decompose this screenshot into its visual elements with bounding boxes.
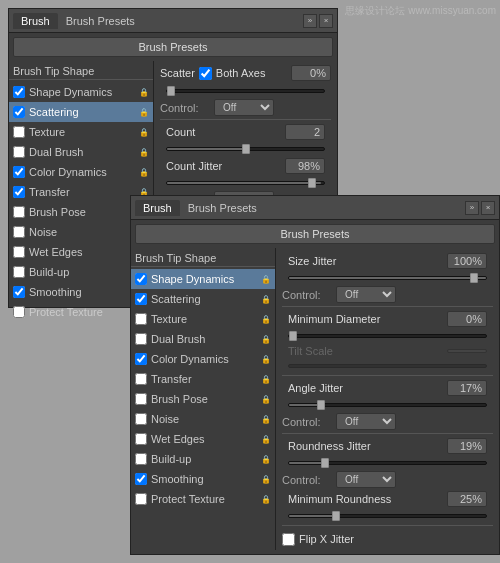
panel2-item-checkbox-2[interactable] [135, 313, 147, 325]
panel1-close-icon[interactable]: × [319, 14, 333, 28]
panel1-menu-icon[interactable]: » [303, 14, 317, 28]
count-slider[interactable] [160, 143, 331, 155]
panel1-item-checkbox-1[interactable] [13, 106, 25, 118]
panel2-item-checkbox-11[interactable] [135, 493, 147, 505]
panel2-item-checkbox-0[interactable] [135, 273, 147, 285]
panel1-item-label-11: Protect Texture [29, 306, 103, 318]
panel2-item-checkbox-7[interactable] [135, 413, 147, 425]
sj-control-select[interactable]: Off [336, 286, 396, 303]
watermark: 思缘设计论坛 www.missyuan.com [345, 4, 496, 18]
size-jitter-slider[interactable] [282, 272, 493, 284]
panel1-item-checkbox-5[interactable] [13, 186, 25, 198]
panel1-list-item-4[interactable]: Color Dynamics🔒 [9, 162, 153, 182]
panel2-list-item-11[interactable]: Protect Texture🔒 [131, 489, 275, 509]
panel2-item-label-4: Color Dynamics [151, 353, 229, 365]
min-roundness-value: 25% [447, 491, 487, 507]
panel1-item-checkbox-9[interactable] [13, 266, 25, 278]
panel2-item-checkbox-10[interactable] [135, 473, 147, 485]
panel2-list-item-2[interactable]: Texture🔒 [131, 309, 275, 329]
panel2-list-item-0[interactable]: Shape Dynamics🔒 [131, 269, 275, 289]
panel2-item-lock-8: 🔒 [261, 435, 271, 444]
count-jitter-value: 98% [285, 158, 325, 174]
panel1-item-label-5: Transfer [29, 186, 70, 198]
brush-presets-button-p1[interactable]: Brush Presets [13, 37, 333, 57]
panel1-item-checkbox-3[interactable] [13, 146, 25, 158]
panel2-item-lock-2: 🔒 [261, 315, 271, 324]
min-diameter-slider[interactable] [282, 330, 493, 342]
panel1-item-checkbox-2[interactable] [13, 126, 25, 138]
brush-presets-button-p2[interactable]: Brush Presets [135, 224, 495, 244]
panel2-list-item-5[interactable]: Transfer🔒 [131, 369, 275, 389]
panel1-item-checkbox-8[interactable] [13, 246, 25, 258]
both-axes-label: Both Axes [216, 67, 266, 79]
panel1-list-item-2[interactable]: Texture🔒 [9, 122, 153, 142]
panel2-list-item-9[interactable]: Build-up🔒 [131, 449, 275, 469]
panel1-item-checkbox-11[interactable] [13, 306, 25, 318]
panel2-item-lock-10: 🔒 [261, 475, 271, 484]
angle-jitter-control-row: Control: Off [282, 413, 493, 430]
panel2-inner: Brush Tip Shape Shape Dynamics🔒Scatterin… [131, 248, 499, 550]
count-value: 2 [285, 124, 325, 140]
panel2-item-checkbox-6[interactable] [135, 393, 147, 405]
tab-brush-presets-p2[interactable]: Brush Presets [180, 200, 265, 216]
panel2-item-checkbox-9[interactable] [135, 453, 147, 465]
panel2-item-label-6: Brush Pose [151, 393, 208, 405]
panel2-item-checkbox-1[interactable] [135, 293, 147, 305]
panel2-header: Brush Brush Presets » × [131, 196, 499, 220]
panel2-item-lock-6: 🔒 [261, 395, 271, 404]
roundness-jitter-label: Roundness Jitter [288, 440, 371, 452]
panel1-item-checkbox-0[interactable] [13, 86, 25, 98]
panel2-item-lock-0: 🔒 [261, 275, 271, 284]
min-diameter-row: Minimum Diameter 0% [282, 310, 493, 328]
tilt-scale-value [447, 349, 487, 353]
panel2-item-label-10: Smoothing [151, 473, 204, 485]
panel2-list-item-7[interactable]: Noise🔒 [131, 409, 275, 429]
scatter-row: Scatter Both Axes 0% [160, 65, 331, 81]
min-roundness-slider[interactable] [282, 510, 493, 522]
panel1-item-lock-0: 🔒 [139, 88, 149, 97]
flip-x-checkbox[interactable] [282, 533, 295, 546]
panel2-list-item-1[interactable]: Scattering🔒 [131, 289, 275, 309]
size-jitter-label: Size Jitter [288, 255, 336, 267]
angle-jitter-value: 17% [447, 380, 487, 396]
panel2-item-checkbox-3[interactable] [135, 333, 147, 345]
aj-control-label: Control: [282, 416, 332, 428]
panel2-item-checkbox-5[interactable] [135, 373, 147, 385]
rj-control-select[interactable]: Off [336, 471, 396, 488]
panel2-item-label-11: Protect Texture [151, 493, 225, 505]
control-select-1[interactable]: Off [214, 99, 274, 116]
panel1-list-item-3[interactable]: Dual Brush🔒 [9, 142, 153, 162]
panel1-item-checkbox-10[interactable] [13, 286, 25, 298]
panel2-icons: » × [465, 201, 495, 215]
angle-jitter-slider[interactable] [282, 399, 493, 411]
panel2-item-lock-11: 🔒 [261, 495, 271, 504]
panel2-item-label-2: Texture [151, 313, 187, 325]
panel1-item-checkbox-7[interactable] [13, 226, 25, 238]
panel2-list-item-6[interactable]: Brush Pose🔒 [131, 389, 275, 409]
panel2-item-lock-9: 🔒 [261, 455, 271, 464]
tab-brush-p1[interactable]: Brush [13, 13, 58, 29]
tab-brush-p2[interactable]: Brush [135, 200, 180, 216]
both-axes-checkbox[interactable] [199, 67, 212, 80]
panel2-item-checkbox-4[interactable] [135, 353, 147, 365]
aj-control-select[interactable]: Off [336, 413, 396, 430]
roundness-jitter-slider[interactable] [282, 457, 493, 469]
panel1-list-item-0[interactable]: Shape Dynamics🔒 [9, 82, 153, 102]
panel1-item-label-2: Texture [29, 126, 65, 138]
scatter-slider[interactable] [160, 85, 331, 97]
panel2-list-item-4[interactable]: Color Dynamics🔒 [131, 349, 275, 369]
panel2-list-item-3[interactable]: Dual Brush🔒 [131, 329, 275, 349]
tab-brush-presets-p1[interactable]: Brush Presets [58, 13, 143, 29]
panel2-close-icon[interactable]: × [481, 201, 495, 215]
panel2-item-label-3: Dual Brush [151, 333, 205, 345]
count-jitter-slider[interactable] [160, 177, 331, 189]
panel1-item-checkbox-4[interactable] [13, 166, 25, 178]
panel1-item-checkbox-6[interactable] [13, 206, 25, 218]
panel2-menu-icon[interactable]: » [465, 201, 479, 215]
panel2-list-item-8[interactable]: Wet Edges🔒 [131, 429, 275, 449]
panel2-list-item-10[interactable]: Smoothing🔒 [131, 469, 275, 489]
size-jitter-control-row: Control: Off [282, 286, 493, 303]
panel2-item-checkbox-8[interactable] [135, 433, 147, 445]
tilt-scale-row: Tilt Scale [282, 344, 493, 358]
panel1-list-item-1[interactable]: Scattering🔒 [9, 102, 153, 122]
